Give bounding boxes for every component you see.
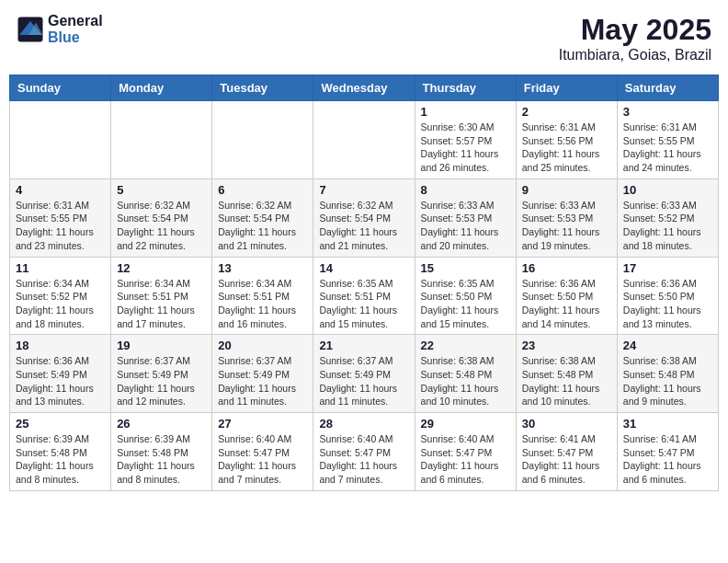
- table-row: 16Sunrise: 6:36 AM Sunset: 5:50 PM Dayli…: [516, 257, 617, 335]
- day-info: Sunrise: 6:37 AM Sunset: 5:49 PM Dayligh…: [218, 354, 307, 408]
- table-row: 13Sunrise: 6:34 AM Sunset: 5:51 PM Dayli…: [212, 257, 313, 335]
- day-number: 27: [218, 417, 307, 431]
- day-info: Sunrise: 6:32 AM Sunset: 5:54 PM Dayligh…: [319, 199, 408, 253]
- col-wednesday: Wednesday: [313, 75, 415, 101]
- month-title: May 2025: [559, 13, 711, 47]
- calendar-table: Sunday Monday Tuesday Wednesday Thursday…: [9, 75, 719, 491]
- table-row: 15Sunrise: 6:35 AM Sunset: 5:50 PM Dayli…: [415, 257, 516, 335]
- table-row: 23Sunrise: 6:38 AM Sunset: 5:48 PM Dayli…: [516, 335, 617, 413]
- col-monday: Monday: [111, 75, 212, 101]
- day-number: 15: [421, 261, 510, 275]
- table-row: 29Sunrise: 6:40 AM Sunset: 5:47 PM Dayli…: [415, 413, 516, 491]
- day-info: Sunrise: 6:36 AM Sunset: 5:49 PM Dayligh…: [16, 354, 105, 408]
- table-row: 6Sunrise: 6:32 AM Sunset: 5:54 PM Daylig…: [212, 178, 313, 257]
- table-row: [10, 101, 111, 179]
- day-number: 11: [16, 261, 105, 275]
- table-row: 25Sunrise: 6:39 AM Sunset: 5:48 PM Dayli…: [10, 413, 111, 491]
- table-row: 26Sunrise: 6:39 AM Sunset: 5:48 PM Dayli…: [111, 413, 212, 491]
- day-info: Sunrise: 6:40 AM Sunset: 5:47 PM Dayligh…: [421, 432, 510, 487]
- day-number: 6: [218, 183, 307, 197]
- table-row: 1Sunrise: 6:30 AM Sunset: 5:57 PM Daylig…: [415, 101, 516, 179]
- table-row: [313, 101, 415, 179]
- day-info: Sunrise: 6:32 AM Sunset: 5:54 PM Dayligh…: [117, 199, 206, 253]
- day-number: 31: [623, 417, 712, 431]
- day-info: Sunrise: 6:40 AM Sunset: 5:47 PM Dayligh…: [218, 432, 307, 487]
- table-row: 21Sunrise: 6:37 AM Sunset: 5:49 PM Dayli…: [313, 335, 415, 413]
- day-info: Sunrise: 6:41 AM Sunset: 5:47 PM Dayligh…: [522, 432, 611, 487]
- week-row-2: 4Sunrise: 6:31 AM Sunset: 5:55 PM Daylig…: [10, 178, 719, 257]
- week-row-1: 1Sunrise: 6:30 AM Sunset: 5:57 PM Daylig…: [10, 101, 719, 179]
- table-row: [212, 101, 313, 179]
- col-saturday: Saturday: [617, 75, 718, 101]
- logo-text: General Blue: [48, 13, 103, 46]
- day-number: 5: [117, 183, 206, 197]
- title-section: May 2025 Itumbiara, Goias, Brazil: [559, 13, 711, 63]
- table-row: 3Sunrise: 6:31 AM Sunset: 5:55 PM Daylig…: [617, 101, 718, 179]
- day-info: Sunrise: 6:39 AM Sunset: 5:48 PM Dayligh…: [16, 432, 105, 487]
- day-number: 19: [117, 339, 206, 352]
- logo: General Blue: [17, 13, 103, 46]
- table-row: 5Sunrise: 6:32 AM Sunset: 5:54 PM Daylig…: [111, 178, 212, 257]
- day-info: Sunrise: 6:31 AM Sunset: 5:55 PM Dayligh…: [623, 121, 712, 175]
- day-number: 3: [623, 105, 712, 119]
- day-number: 25: [16, 417, 105, 431]
- table-row: 24Sunrise: 6:38 AM Sunset: 5:48 PM Dayli…: [617, 335, 718, 413]
- day-number: 18: [16, 339, 105, 352]
- day-info: Sunrise: 6:38 AM Sunset: 5:48 PM Dayligh…: [623, 354, 712, 408]
- location-title: Itumbiara, Goias, Brazil: [559, 47, 711, 63]
- table-row: 8Sunrise: 6:33 AM Sunset: 5:53 PM Daylig…: [415, 178, 516, 257]
- day-number: 21: [319, 339, 408, 352]
- day-number: 2: [522, 105, 611, 119]
- col-friday: Friday: [516, 75, 617, 101]
- day-info: Sunrise: 6:36 AM Sunset: 5:50 PM Dayligh…: [522, 277, 611, 331]
- day-number: 20: [218, 339, 307, 352]
- table-row: 4Sunrise: 6:31 AM Sunset: 5:55 PM Daylig…: [10, 178, 111, 257]
- day-info: Sunrise: 6:32 AM Sunset: 5:54 PM Dayligh…: [218, 199, 307, 253]
- week-row-3: 11Sunrise: 6:34 AM Sunset: 5:52 PM Dayli…: [10, 257, 719, 335]
- day-number: 28: [319, 417, 408, 431]
- day-info: Sunrise: 6:37 AM Sunset: 5:49 PM Dayligh…: [117, 354, 206, 408]
- day-info: Sunrise: 6:37 AM Sunset: 5:49 PM Dayligh…: [319, 354, 408, 408]
- table-row: 14Sunrise: 6:35 AM Sunset: 5:51 PM Dayli…: [313, 257, 415, 335]
- table-row: 7Sunrise: 6:32 AM Sunset: 5:54 PM Daylig…: [313, 178, 415, 257]
- table-row: 9Sunrise: 6:33 AM Sunset: 5:53 PM Daylig…: [516, 178, 617, 257]
- page-header: General Blue May 2025 Itumbiara, Goias, …: [9, 9, 719, 67]
- table-row: [111, 101, 212, 179]
- day-info: Sunrise: 6:41 AM Sunset: 5:47 PM Dayligh…: [623, 432, 712, 487]
- day-number: 12: [117, 261, 206, 275]
- day-number: 30: [522, 417, 611, 431]
- day-number: 23: [522, 339, 611, 352]
- day-info: Sunrise: 6:39 AM Sunset: 5:48 PM Dayligh…: [117, 432, 206, 487]
- table-row: 12Sunrise: 6:34 AM Sunset: 5:51 PM Dayli…: [111, 257, 212, 335]
- day-info: Sunrise: 6:31 AM Sunset: 5:56 PM Dayligh…: [522, 121, 611, 175]
- day-info: Sunrise: 6:33 AM Sunset: 5:52 PM Dayligh…: [623, 199, 712, 253]
- day-number: 10: [623, 183, 712, 197]
- table-row: 19Sunrise: 6:37 AM Sunset: 5:49 PM Dayli…: [111, 335, 212, 413]
- table-row: 11Sunrise: 6:34 AM Sunset: 5:52 PM Dayli…: [10, 257, 111, 335]
- table-row: 31Sunrise: 6:41 AM Sunset: 5:47 PM Dayli…: [617, 413, 718, 491]
- table-row: 18Sunrise: 6:36 AM Sunset: 5:49 PM Dayli…: [10, 335, 111, 413]
- day-info: Sunrise: 6:38 AM Sunset: 5:48 PM Dayligh…: [421, 354, 510, 408]
- day-info: Sunrise: 6:38 AM Sunset: 5:48 PM Dayligh…: [522, 354, 611, 408]
- table-row: 22Sunrise: 6:38 AM Sunset: 5:48 PM Dayli…: [415, 335, 516, 413]
- day-number: 14: [319, 261, 408, 275]
- day-number: 1: [421, 105, 510, 119]
- day-info: Sunrise: 6:34 AM Sunset: 5:52 PM Dayligh…: [16, 277, 105, 331]
- col-thursday: Thursday: [415, 75, 516, 101]
- calendar-header-row: Sunday Monday Tuesday Wednesday Thursday…: [10, 75, 719, 101]
- day-info: Sunrise: 6:36 AM Sunset: 5:50 PM Dayligh…: [623, 277, 712, 331]
- col-sunday: Sunday: [10, 75, 111, 101]
- day-number: 17: [623, 261, 712, 275]
- day-info: Sunrise: 6:31 AM Sunset: 5:55 PM Dayligh…: [16, 199, 105, 253]
- day-info: Sunrise: 6:34 AM Sunset: 5:51 PM Dayligh…: [218, 277, 307, 331]
- day-info: Sunrise: 6:34 AM Sunset: 5:51 PM Dayligh…: [117, 277, 206, 331]
- logo-icon: [17, 16, 44, 43]
- day-number: 22: [421, 339, 510, 352]
- week-row-5: 25Sunrise: 6:39 AM Sunset: 5:48 PM Dayli…: [10, 413, 719, 491]
- day-number: 26: [117, 417, 206, 431]
- day-info: Sunrise: 6:35 AM Sunset: 5:50 PM Dayligh…: [421, 277, 510, 331]
- week-row-4: 18Sunrise: 6:36 AM Sunset: 5:49 PM Dayli…: [10, 335, 719, 413]
- day-number: 29: [421, 417, 510, 431]
- day-number: 16: [522, 261, 611, 275]
- table-row: 17Sunrise: 6:36 AM Sunset: 5:50 PM Dayli…: [617, 257, 718, 335]
